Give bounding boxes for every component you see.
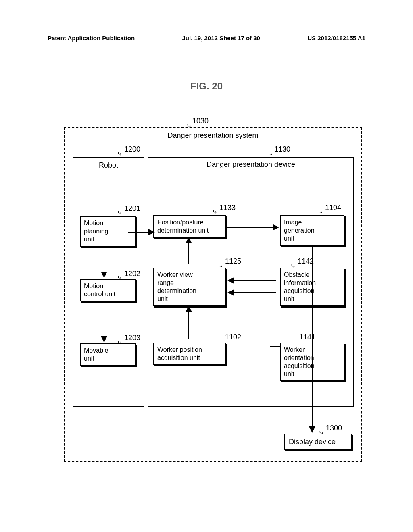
header-right: US 2012/0182155 A1 <box>307 35 365 42</box>
arrow-icon <box>185 305 193 342</box>
ref-num-1203: 1203 <box>124 334 140 342</box>
device-title: Danger presentation device <box>206 160 295 169</box>
ref-num-1201: 1201 <box>124 204 140 213</box>
leader-curve-icon: ⤷ <box>212 208 217 216</box>
connector-line <box>270 343 282 351</box>
header-rule <box>48 44 365 44</box>
leader-curve-icon: ⤷ <box>268 150 273 158</box>
page-header: Patent Application Publication Jul. 19, … <box>48 35 365 42</box>
leader-curve-icon: ⤷ <box>117 209 122 216</box>
leader-curve-icon: ⤷ <box>117 150 122 158</box>
arrow-icon <box>227 223 279 231</box>
system-container: Danger presentation system ⤷ 1200 ⤷ 1130… <box>64 127 362 462</box>
motion-planning-unit: Motion planning unit <box>80 216 136 247</box>
motion-control-unit: Motion control unit <box>80 279 136 301</box>
arrow-icon <box>308 245 316 433</box>
ref-num-1125: 1125 <box>225 257 241 266</box>
worker-position-unit: Worker position acquisition unit <box>153 343 226 365</box>
arrow-icon <box>100 245 108 278</box>
ref-num-1030: 1030 <box>192 117 209 125</box>
device-container: Danger presentation device ⤷ 1133 ⤷ 1104… <box>148 157 354 407</box>
display-device-unit: Display device <box>284 434 352 450</box>
system-title: Danger presentation system <box>167 131 258 140</box>
header-center: Jul. 19, 2012 Sheet 17 of 30 <box>182 35 260 42</box>
ref-num-1104: 1104 <box>325 204 341 212</box>
header-left: Patent Application Publication <box>48 35 135 42</box>
arrow-icon <box>128 228 155 236</box>
image-generation-unit: Image generation unit <box>280 215 344 246</box>
ref-num-1300: 1300 <box>326 424 342 432</box>
robot-container: Robot ⤷ 1201 ⤷ 1202 ⤷ 1203 Motion planni… <box>73 157 144 407</box>
position-posture-unit: Position/posture determination unit <box>153 215 226 238</box>
ref-num-1133: 1133 <box>219 204 236 212</box>
ref-num-1200: 1200 <box>124 145 140 154</box>
figure-title: FIG. 20 <box>190 81 223 92</box>
movable-unit: Movable unit <box>80 343 136 366</box>
arrow-icon <box>100 300 108 343</box>
arrow-icon <box>185 237 193 267</box>
ref-num-1202: 1202 <box>124 270 140 278</box>
worker-view-range-unit: Worker view range determination unit <box>153 268 226 306</box>
arrow-icon <box>227 289 279 297</box>
ref-num-1102: 1102 <box>225 333 241 341</box>
leader-curve-icon: ⤷ <box>318 208 323 216</box>
ref-num-1130: 1130 <box>274 145 290 154</box>
arrow-icon <box>227 276 279 285</box>
robot-title: Robot <box>99 161 118 170</box>
